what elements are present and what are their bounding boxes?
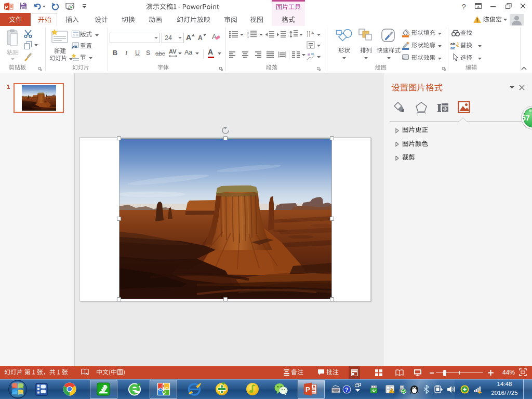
svg-text:57: 57 [522,114,530,122]
svg-text:P: P [5,5,8,10]
svg-text:A: A [311,31,314,35]
svg-text:?: ? [345,387,349,393]
svg-text:3: 3 [247,36,249,38]
svg-text:P: P [305,385,310,393]
svg-text:ac: ac [450,46,455,49]
svg-text:?: ? [462,3,466,11]
